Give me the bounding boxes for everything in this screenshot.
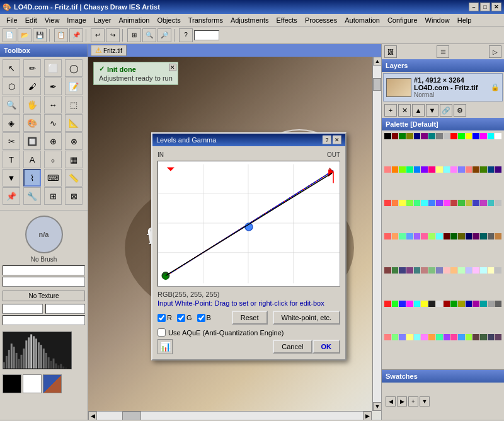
color-cell[interactable] [472, 200, 479, 206]
color-cell[interactable] [495, 334, 501, 340]
open-button[interactable]: 📂 [18, 28, 32, 42]
tool-poly[interactable]: ⬡ [3, 78, 20, 95]
ok-button[interactable]: OK [312, 340, 341, 354]
dialog-help-button[interactable]: ? [323, 136, 331, 144]
chart-icon-button[interactable]: 📊 [158, 339, 173, 354]
tool-grid3[interactable]: ⊠ [65, 187, 83, 205]
tool-pencil[interactable]: ✏ [23, 59, 41, 77]
swatch-add-button[interactable]: + [408, 396, 418, 407]
close-button[interactable]: ✕ [491, 3, 501, 11]
zoom-out-button[interactable]: 🔍 [142, 28, 156, 42]
color-cell[interactable] [392, 233, 399, 239]
color-cell[interactable] [466, 200, 472, 206]
tool-keyboard[interactable]: ⌨ [44, 169, 62, 187]
color-cell[interactable] [444, 200, 450, 206]
tool-fill[interactable]: 🎨 [23, 114, 41, 132]
color-cell[interactable] [428, 200, 435, 206]
color-cell[interactable] [392, 334, 399, 340]
color-cell[interactable] [480, 301, 487, 307]
color-cell[interactable] [466, 334, 472, 340]
color-cell[interactable] [414, 133, 421, 139]
color-cell[interactable] [495, 200, 501, 206]
color-cell[interactable] [444, 267, 450, 274]
color-cell[interactable] [444, 233, 450, 239]
copy-button[interactable]: 📋 [54, 28, 68, 42]
color-cell[interactable] [458, 334, 465, 340]
dialog-close-button[interactable]: ✕ [333, 136, 341, 144]
scroll-down-button[interactable]: ▼ [373, 402, 381, 411]
color-cell[interactable] [421, 301, 428, 307]
minimize-button[interactable]: – [469, 3, 479, 11]
menu-item-objects[interactable]: Objects [153, 16, 184, 25]
color-cell[interactable] [399, 334, 406, 340]
layer-link-button[interactable]: 🔗 [440, 104, 452, 117]
color-cell[interactable] [450, 301, 457, 307]
color-cell[interactable] [495, 133, 501, 139]
color-cell[interactable] [399, 267, 406, 274]
red-channel-checkbox[interactable]: R [158, 314, 172, 322]
layer-item[interactable]: #1, 4912 × 3264 LO4D.com - Fritz.tif Nor… [383, 73, 503, 101]
color-cell[interactable] [392, 301, 399, 307]
color-cell[interactable] [488, 200, 495, 206]
color-cell[interactable] [436, 301, 443, 307]
tool-crop[interactable]: ✂ [3, 132, 20, 150]
tool-diamond[interactable]: ⬦ [44, 151, 62, 168]
color-cell[interactable] [414, 233, 421, 239]
scroll-left-button[interactable]: ◀ [88, 412, 97, 420]
color-cell[interactable] [495, 166, 501, 173]
color-cell[interactable] [450, 133, 457, 139]
value-field-4[interactable]: 0 [45, 304, 86, 314]
scroll-track[interactable] [97, 412, 363, 420]
menu-item-image[interactable]: Image [63, 16, 90, 25]
tool-pen[interactable]: ✒ [44, 78, 62, 95]
color-cell[interactable] [384, 133, 391, 139]
color-cell[interactable] [436, 200, 443, 206]
color-cell[interactable] [414, 267, 421, 274]
canvas-tab[interactable]: ⚠ Fritz.tif [91, 45, 127, 56]
color-cell[interactable] [428, 334, 435, 340]
tool-remove[interactable]: ⊗ [65, 132, 83, 150]
color-cell[interactable] [458, 233, 465, 239]
color-cell[interactable] [392, 267, 399, 274]
tool-ruler[interactable]: 📏 [65, 169, 83, 187]
help-button[interactable]: ? [179, 28, 193, 42]
color-cell[interactable] [450, 166, 457, 173]
menu-item-help[interactable]: Help [454, 16, 476, 25]
info-close-button[interactable]: ✕ [169, 64, 176, 71]
color-cell[interactable] [480, 166, 487, 173]
color-cell[interactable] [384, 301, 391, 307]
value-field-5[interactable]: 255 [3, 315, 85, 325]
horizontal-scrollbar[interactable]: ◀ ▶ [88, 411, 372, 420]
color-cell[interactable] [495, 267, 501, 274]
color-cell[interactable] [450, 334, 457, 340]
color-cell[interactable] [421, 334, 428, 340]
color-cell[interactable] [444, 334, 450, 340]
tool-pin[interactable]: 📌 [3, 187, 20, 205]
tool-pan[interactable]: 🖐 [23, 96, 41, 113]
tool-dropper[interactable]: ▼ [3, 169, 20, 187]
color-cell[interactable] [414, 334, 421, 340]
color-cell[interactable] [436, 133, 443, 139]
color-cell[interactable] [421, 200, 428, 206]
scroll-right-button[interactable]: ▶ [363, 412, 372, 420]
tool-ellipse[interactable]: ◯ [65, 59, 83, 77]
tool-select[interactable]: ↖ [3, 59, 20, 77]
color-cell[interactable] [466, 301, 472, 307]
red-cb-input[interactable] [158, 314, 166, 322]
tool-wand[interactable]: ◈ [3, 114, 20, 132]
color-cell[interactable] [421, 267, 428, 274]
color-cell[interactable] [472, 133, 479, 139]
color-cell[interactable] [399, 233, 406, 239]
menu-item-adjustments[interactable]: Adjustments [227, 16, 273, 25]
tool-text[interactable]: T [3, 151, 20, 168]
white-point-button[interactable]: White-point, etc. [273, 311, 340, 325]
menu-item-automation[interactable]: Automation [341, 16, 384, 25]
color-cell[interactable] [472, 301, 479, 307]
color-swap[interactable] [43, 374, 62, 393]
layer-add-button[interactable]: + [384, 104, 397, 117]
menu-item-layer[interactable]: Layer [90, 16, 115, 25]
color-cell[interactable] [458, 133, 465, 139]
aque-checkbox[interactable] [158, 328, 166, 337]
menu-item-view[interactable]: View [41, 16, 64, 25]
reset-button[interactable]: Reset [232, 311, 268, 325]
